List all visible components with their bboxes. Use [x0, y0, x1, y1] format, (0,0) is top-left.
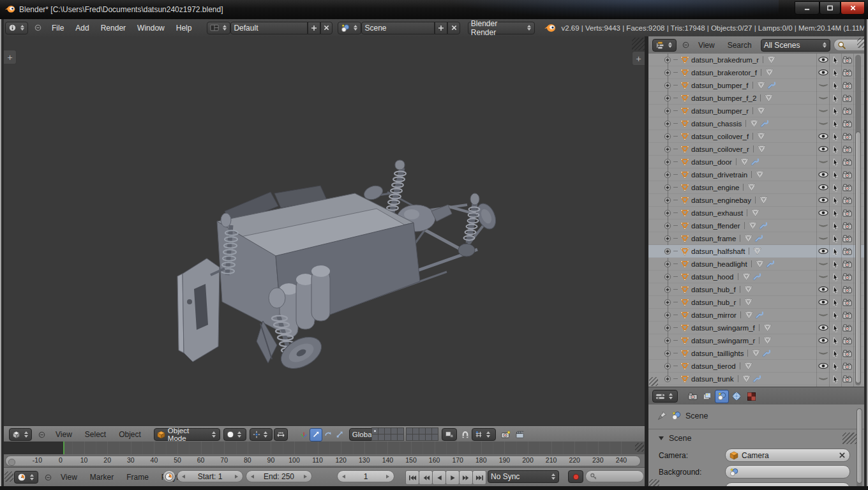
properties-tab-texture[interactable] [744, 390, 758, 403]
restrict-render-icon[interactable] [842, 209, 852, 217]
restrict-select-icon[interactable] [832, 299, 840, 307]
manipulator-toggle-button[interactable] [298, 429, 310, 441]
restrict-select-icon[interactable] [832, 94, 840, 103]
expand-toggle-icon[interactable] [664, 299, 671, 306]
restrict-select-icon[interactable] [832, 375, 840, 383]
outliner-item[interactable]: datsun_brakedrum_r [648, 54, 868, 66]
background-scene-field[interactable] [725, 465, 850, 479]
restrict-render-icon[interactable] [842, 337, 852, 345]
layer-toggle[interactable] [431, 434, 438, 441]
outliner-item-label[interactable]: datsun_coilover_r [691, 145, 749, 153]
mode-dropdown[interactable]: Object Mode [154, 428, 220, 441]
properties-tab-render-layers[interactable] [700, 390, 714, 403]
play-reverse-button[interactable] [432, 470, 446, 485]
prev-keyframe-button[interactable] [419, 470, 433, 485]
restrict-select-icon[interactable] [832, 69, 840, 77]
outliner-item-label[interactable]: datsun_tierod [691, 362, 736, 370]
restrict-view-icon[interactable] [818, 171, 828, 178]
restrict-view-icon[interactable] [818, 273, 828, 280]
outliner-item[interactable]: datsun_chassis [648, 117, 868, 130]
collapse-menus-icon[interactable] [45, 474, 52, 481]
play-button[interactable] [445, 470, 460, 485]
timeline-corner-grip[interactable] [635, 443, 644, 452]
timeline-track[interactable] [4, 442, 645, 454]
outliner-item-label[interactable]: datsun_engine [691, 184, 739, 191]
panel-drag-grip[interactable] [842, 433, 857, 444]
current-frame-field[interactable]: 1 [337, 470, 394, 482]
render-engine-dropdown[interactable]: Blender Render [468, 22, 535, 34]
properties-shelf-expand-button[interactable]: + [632, 51, 645, 66]
viewport-shading-dropdown[interactable] [223, 428, 246, 441]
restrict-render-icon[interactable] [842, 197, 852, 204]
outliner-item-label[interactable]: datsun_halfshaft [691, 248, 745, 255]
viewport-menu-object[interactable]: Object [117, 430, 142, 439]
topbar-menu-window[interactable]: Window [136, 24, 166, 33]
viewport-menu-select[interactable]: Select [84, 430, 107, 439]
viewport-3d[interactable] [4, 36, 646, 426]
expand-toggle-icon[interactable] [664, 94, 671, 102]
expand-toggle-icon[interactable] [664, 158, 671, 166]
timeline-menu-marker[interactable]: Marker [89, 473, 115, 482]
restrict-view-icon[interactable] [818, 184, 828, 191]
screen-layout-name-field[interactable]: Default [230, 22, 308, 34]
restrict-render-icon[interactable] [842, 324, 852, 332]
outliner-item[interactable]: datsun_frame [648, 232, 868, 245]
restrict-render-icon[interactable] [842, 260, 852, 268]
restrict-render-icon[interactable] [842, 82, 852, 89]
properties-scrollbar-thumb[interactable] [857, 408, 862, 484]
outliner-item-label[interactable]: datsun_taillights [691, 350, 744, 357]
outliner-item-label[interactable]: datsun_drivetrain [691, 171, 747, 179]
add-scene-button[interactable] [435, 22, 447, 34]
clear-camera-icon[interactable] [839, 452, 846, 459]
increment-arrow-icon[interactable] [304, 475, 307, 479]
opengl-render-animation-button[interactable] [513, 428, 527, 440]
expand-toggle-icon[interactable] [664, 209, 671, 217]
outliner-item-label[interactable]: datsun_trunk [691, 375, 734, 383]
layer-toggle[interactable] [397, 434, 404, 441]
maximize-button[interactable] [819, 1, 841, 15]
properties-tab-render[interactable] [685, 390, 700, 403]
expand-toggle-icon[interactable] [664, 362, 671, 370]
restrict-render-icon[interactable] [842, 158, 852, 166]
restrict-render-icon[interactable] [842, 273, 852, 281]
editor-type-selector-properties[interactable] [652, 390, 678, 403]
lock-to-scene-button[interactable] [442, 428, 457, 441]
outliner-item[interactable]: datsun_hub_r [648, 296, 868, 309]
keying-set-field[interactable] [585, 470, 644, 482]
jump-to-start-button[interactable] [405, 470, 419, 485]
outliner-item[interactable]: datsun_bumper_f [648, 79, 868, 92]
expand-toggle-icon[interactable] [664, 107, 671, 115]
expand-toggle-icon[interactable] [664, 56, 671, 64]
restrict-view-icon[interactable] [818, 350, 828, 357]
outliner-item[interactable]: datsun_engine [648, 181, 868, 194]
outliner-item-label[interactable]: datsun_coilover_f [691, 133, 749, 140]
expand-toggle-icon[interactable] [664, 324, 671, 332]
timeline-menu-view[interactable]: View [59, 473, 79, 482]
restrict-view-icon[interactable] [818, 107, 828, 114]
outliner-item-label[interactable]: datsun_chassis [691, 120, 742, 128]
sync-mode-dropdown[interactable]: No Sync [488, 470, 559, 483]
properties-scrollbar[interactable] [857, 408, 862, 487]
restrict-select-icon[interactable] [832, 56, 840, 64]
outliner-item[interactable]: datsun_halfshaft [648, 245, 868, 258]
editor-type-selector-info[interactable] [5, 22, 28, 34]
outliner-item[interactable]: datsun_hub_f [648, 283, 868, 296]
viewport-menu-view[interactable]: View [54, 430, 73, 439]
restrict-render-icon[interactable] [842, 222, 852, 230]
pivot-point-dropdown[interactable] [250, 428, 273, 441]
restrict-render-icon[interactable] [842, 184, 852, 191]
outliner-item[interactable]: datsun_hood [648, 271, 868, 283]
restrict-render-icon[interactable] [842, 56, 852, 64]
restrict-view-icon[interactable] [818, 120, 828, 127]
outliner-menu-search[interactable]: Search [726, 41, 753, 50]
expand-toggle-icon[interactable] [664, 350, 671, 357]
properties-tab-scene[interactable] [715, 390, 729, 403]
restrict-select-icon[interactable] [832, 324, 840, 332]
restrict-select-icon[interactable] [832, 184, 840, 192]
restrict-view-icon[interactable] [818, 337, 828, 344]
restrict-select-icon[interactable] [832, 235, 840, 243]
editor-type-selector-3dview[interactable] [9, 428, 32, 441]
restrict-view-icon[interactable] [818, 222, 828, 229]
time-display-toggle-button[interactable] [163, 470, 176, 482]
restrict-render-icon[interactable] [842, 145, 852, 153]
